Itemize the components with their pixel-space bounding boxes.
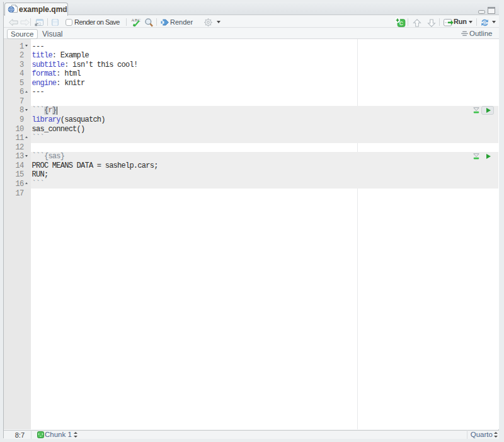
svg-text:ABC: ABC	[131, 18, 141, 23]
